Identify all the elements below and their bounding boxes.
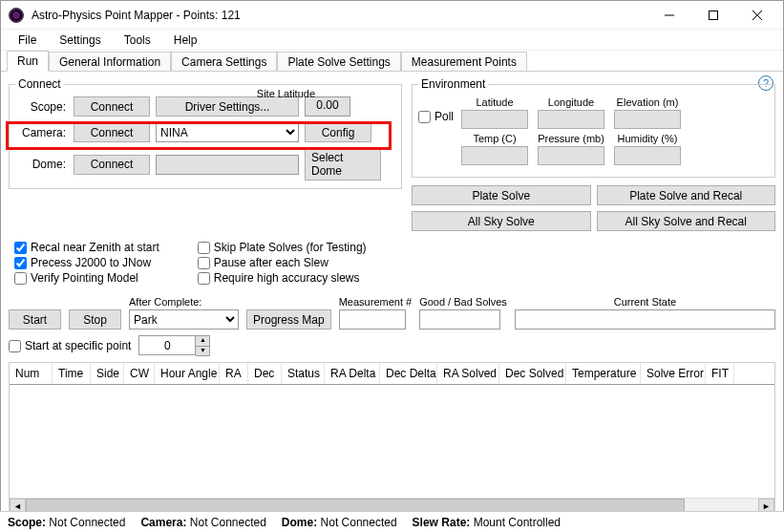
- menubar: File Settings Tools Help: [1, 30, 783, 51]
- col-hour-angle[interactable]: Hour Angle: [155, 363, 220, 384]
- col-side[interactable]: Side: [91, 363, 124, 384]
- spin-up-icon[interactable]: ▲: [196, 336, 209, 346]
- all-sky-recal-button[interactable]: All Sky Solve and Recal: [597, 211, 776, 231]
- app-icon: [9, 8, 24, 23]
- plate-solve-button[interactable]: Plate Solve: [412, 185, 591, 205]
- chk-precess-label: Precess J2000 to JNow: [31, 256, 151, 269]
- scope-connect-button[interactable]: Connect: [74, 96, 150, 117]
- menu-help[interactable]: Help: [164, 32, 207, 49]
- window-title: Astro-Physics Point Mapper - Points: 121: [32, 9, 647, 22]
- start-button[interactable]: Start: [9, 309, 61, 330]
- tab-measurement-points[interactable]: Measurement Points: [401, 52, 527, 72]
- status-scope-value: Not Connected: [49, 516, 125, 529]
- chk-start-at-point[interactable]: [9, 340, 21, 352]
- measurement-label: Measurement #: [339, 296, 412, 308]
- results-table[interactable]: Num Time Side CW Hour Angle RA Dec Statu…: [9, 362, 775, 515]
- env-press-value: [538, 146, 604, 165]
- status-slew-value: Mount Controlled: [474, 516, 561, 529]
- current-state-label: Current State: [614, 296, 676, 308]
- col-ra-solved[interactable]: RA Solved: [437, 363, 499, 384]
- dome-connect-button[interactable]: Connect: [74, 155, 150, 175]
- env-elev-label: Elevation (m): [617, 96, 679, 108]
- col-time[interactable]: Time: [53, 363, 91, 384]
- after-complete-label: After Complete:: [129, 296, 239, 308]
- status-camera-value: Not Connected: [190, 516, 266, 529]
- camera-combo[interactable]: NINA: [156, 122, 299, 142]
- tab-camera-settings[interactable]: Camera Settings: [171, 52, 277, 72]
- camera-label: Camera:: [15, 126, 68, 139]
- measurement-field[interactable]: [339, 309, 406, 330]
- dome-name-field: [156, 155, 299, 175]
- svg-rect-1: [710, 11, 718, 19]
- status-dome-value: Not Connected: [321, 516, 397, 529]
- poll-label: Poll: [434, 110, 454, 123]
- status-bar: Scope: Not Connected Camera: Not Connect…: [0, 511, 784, 532]
- stop-button[interactable]: Stop: [69, 309, 121, 330]
- close-button[interactable]: [735, 1, 779, 30]
- col-solve-error[interactable]: Solve Error: [641, 363, 706, 384]
- dome-label: Dome:: [15, 158, 68, 171]
- col-temperature[interactable]: Temperature: [566, 363, 641, 384]
- env-press-label: Pressure (mb): [538, 133, 604, 144]
- connect-legend: Connect: [15, 77, 64, 91]
- camera-connect-button[interactable]: Connect: [74, 122, 150, 142]
- chk-skip-solves[interactable]: [198, 242, 210, 254]
- menu-settings[interactable]: Settings: [50, 32, 110, 49]
- col-cw[interactable]: CW: [124, 363, 155, 384]
- status-dome-label: Dome:: [282, 516, 317, 529]
- col-fit[interactable]: FIT: [706, 363, 734, 384]
- col-num[interactable]: Num: [10, 363, 53, 384]
- chk-pause-slew[interactable]: [198, 257, 210, 269]
- tabbar: Run General Information Camera Settings …: [1, 51, 783, 72]
- environment-group: Environment Poll Latitude Longitude Elev…: [412, 77, 775, 178]
- env-lon-label: Longitude: [548, 96, 594, 108]
- env-hum-value: [614, 146, 681, 165]
- spin-down-icon[interactable]: ▼: [196, 346, 209, 355]
- minimize-button[interactable]: [647, 1, 691, 30]
- env-temp-value: [461, 146, 528, 165]
- site-latitude-label: Site Latitude: [257, 88, 315, 99]
- status-slew-label: Slew Rate:: [413, 516, 471, 529]
- col-ra-delta[interactable]: RA Delta: [325, 363, 380, 384]
- poll-checkbox[interactable]: [418, 111, 431, 123]
- chk-skip-solves-label: Skip Plate Solves (for Testing): [214, 241, 367, 254]
- env-temp-label: Temp (C): [473, 133, 516, 144]
- chk-verify-model[interactable]: [14, 272, 27, 285]
- driver-settings-button[interactable]: Driver Settings...: [156, 96, 299, 117]
- all-sky-solve-button[interactable]: All Sky Solve: [412, 211, 591, 231]
- status-scope-label: Scope:: [8, 516, 46, 529]
- camera-config-button[interactable]: Config: [305, 122, 371, 142]
- menu-tools[interactable]: Tools: [115, 32, 160, 49]
- col-ra[interactable]: RA: [220, 363, 248, 384]
- goodbad-label: Good / Bad Solves: [419, 296, 507, 308]
- env-hum-label: Humidity (%): [618, 133, 678, 144]
- site-latitude-value: 0.00: [305, 96, 350, 117]
- maximize-button[interactable]: [691, 1, 735, 30]
- chk-recal-zenith-label: Recal near Zenith at start: [31, 241, 159, 254]
- col-dec-solved[interactable]: Dec Solved: [499, 363, 566, 384]
- col-dec-delta[interactable]: Dec Delta: [380, 363, 437, 384]
- progress-map-button[interactable]: Progress Map: [246, 309, 331, 330]
- col-dec[interactable]: Dec: [248, 363, 282, 384]
- tab-plate-solve-settings[interactable]: Plate Solve Settings: [277, 52, 400, 72]
- connect-group: Connect Site Latitude Scope: Connect Dri…: [9, 77, 402, 189]
- env-lon-value: [538, 110, 604, 129]
- env-elev-value: [614, 110, 681, 129]
- tab-general-information[interactable]: General Information: [49, 52, 171, 72]
- chk-precess[interactable]: [14, 257, 27, 269]
- env-lat-label: Latitude: [476, 96, 513, 108]
- start-at-point-value[interactable]: [138, 335, 196, 355]
- goodbad-field[interactable]: [419, 309, 500, 330]
- environment-legend: Environment: [418, 77, 488, 91]
- tab-run[interactable]: Run: [7, 51, 49, 72]
- chk-high-accuracy[interactable]: [198, 272, 210, 285]
- chk-recal-zenith[interactable]: [14, 242, 27, 254]
- chk-start-at-point-label: Start at specific point: [25, 339, 131, 352]
- after-complete-combo[interactable]: Park: [129, 309, 239, 330]
- menu-file[interactable]: File: [9, 32, 46, 49]
- plate-solve-recal-button[interactable]: Plate Solve and Recal: [597, 185, 776, 205]
- col-status[interactable]: Status: [282, 363, 325, 384]
- select-dome-button[interactable]: Select Dome: [305, 148, 381, 181]
- chk-high-accuracy-label: Require high accuracy slews: [214, 271, 360, 285]
- current-state-field[interactable]: [515, 309, 775, 330]
